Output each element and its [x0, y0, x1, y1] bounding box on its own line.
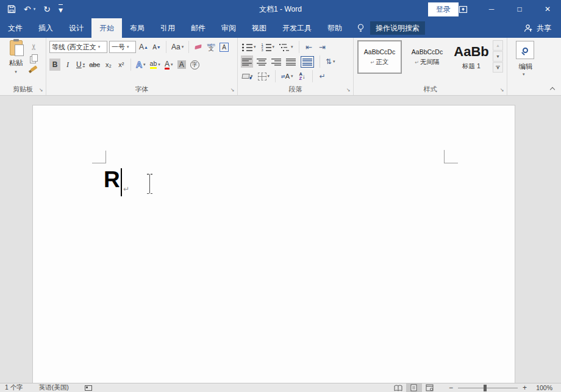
tab-review[interactable]: 审阅 — [213, 18, 244, 38]
font-size-combo[interactable]: 一号 — [109, 41, 136, 53]
shading-button[interactable] — [241, 70, 254, 82]
tab-references[interactable]: 引用 — [152, 18, 183, 38]
save-icon[interactable] — [7, 5, 16, 13]
print-layout-button[interactable] — [406, 383, 422, 392]
clear-formatting-button[interactable] — [193, 41, 204, 53]
asian-layout-button[interactable]: ⇄A — [280, 70, 295, 82]
text-effects-button[interactable]: A — [135, 59, 147, 71]
document-page[interactable]: R ↵ — [32, 105, 515, 383]
zoom-slider[interactable] — [458, 385, 518, 391]
line-spacing-button[interactable] — [324, 55, 337, 68]
justify-button[interactable] — [285, 55, 297, 68]
language-status[interactable]: 英语(美国) — [39, 383, 69, 392]
gallery-scroll-down-icon[interactable]: ▼ — [493, 51, 503, 62]
paste-dropdown-icon[interactable]: ▾ — [15, 69, 17, 74]
macro-record-icon[interactable] — [85, 385, 92, 391]
tab-help[interactable]: 帮助 — [320, 18, 350, 38]
sort-button[interactable]: AZ — [297, 70, 308, 82]
paste-button[interactable]: 粘贴 ▾ — [4, 40, 28, 84]
style-no-spacing[interactable]: AaBbCcDc ↵无间隔 — [405, 40, 449, 74]
read-mode-button[interactable] — [390, 383, 406, 392]
multilevel-list-icon — [279, 43, 290, 51]
change-case-button[interactable]: Aa — [170, 41, 185, 53]
decrease-indent-button[interactable] — [304, 41, 315, 53]
superscript-button[interactable]: x² — [116, 59, 127, 71]
character-border-button[interactable]: A — [218, 41, 230, 53]
text-highlight-button[interactable]: ab — [149, 59, 162, 71]
gallery-scroll-up-icon[interactable]: ▲ — [493, 40, 503, 51]
tab-view[interactable]: 视图 — [244, 18, 274, 38]
align-center-button[interactable] — [255, 55, 268, 68]
paragraph-dialog-launcher-icon[interactable] — [345, 87, 351, 93]
bold-button[interactable]: B — [49, 59, 60, 71]
align-left-button[interactable] — [241, 55, 253, 68]
lightbulb-icon — [356, 18, 365, 38]
enclose-characters-button[interactable]: 字 — [189, 59, 201, 71]
font-dialog-launcher-icon[interactable] — [229, 87, 235, 93]
zoom-out-button[interactable]: − — [449, 385, 453, 391]
tab-layout[interactable]: 布局 — [122, 18, 152, 38]
increase-indent-button[interactable] — [317, 41, 328, 53]
cut-icon[interactable] — [29, 42, 38, 51]
tab-file[interactable]: 文件 — [0, 18, 30, 38]
undo-icon[interactable] — [24, 5, 31, 13]
find-button[interactable] — [516, 41, 534, 59]
tell-me-search-box[interactable]: 操作说明搜索 — [370, 21, 425, 35]
zoom-percentage[interactable]: 100% — [532, 384, 552, 391]
margin-corner-mark-right — [444, 150, 458, 163]
collapse-ribbon-icon[interactable] — [550, 87, 555, 91]
copy-icon[interactable] — [32, 54, 38, 62]
close-button[interactable]: ✕ — [543, 5, 552, 13]
word-count[interactable]: 1 个字 — [5, 383, 23, 392]
bullet-list-icon — [242, 43, 252, 51]
style-heading1[interactable]: AaBb 标题 1 — [451, 40, 491, 74]
italic-button[interactable]: I — [62, 59, 73, 71]
numbering-button[interactable] — [260, 41, 276, 53]
font-name-value: 等线 (西文正文 — [52, 43, 96, 52]
editing-group-label: 编辑 — [507, 62, 544, 71]
zoom-in-button[interactable]: + — [523, 385, 527, 391]
ribbon-display-options-icon[interactable] — [459, 5, 468, 13]
clipboard-dialog-launcher-icon[interactable] — [38, 87, 44, 93]
paste-label: 粘贴 — [9, 59, 23, 68]
underline-button[interactable]: U — [75, 59, 86, 71]
align-right-button[interactable] — [270, 55, 282, 68]
grow-font-button[interactable]: A▲ — [138, 41, 149, 53]
tab-design[interactable]: 设计 — [61, 18, 91, 38]
character-shading-button[interactable]: A — [176, 59, 187, 71]
editing-dropdown-icon[interactable]: ▾ — [523, 72, 525, 77]
bullets-button[interactable] — [241, 41, 257, 53]
borders-button[interactable] — [257, 70, 271, 82]
redo-icon[interactable] — [43, 5, 51, 13]
format-painter-icon[interactable] — [30, 65, 38, 71]
styles-dialog-launcher-icon[interactable] — [499, 87, 505, 93]
font-color-button[interactable]: A — [163, 59, 174, 71]
strikethrough-button[interactable]: abc — [88, 59, 101, 71]
font-name-combo[interactable]: 等线 (西文正文 — [49, 41, 107, 53]
undo-dropdown-icon[interactable]: ▾ — [34, 7, 36, 12]
tab-developer[interactable]: 开发工具 — [274, 18, 320, 38]
minimize-button[interactable]: ─ — [487, 5, 496, 13]
phonetic-guide-button[interactable]: wén 文 — [205, 41, 216, 53]
maximize-button[interactable]: □ — [515, 5, 524, 13]
gallery-more-icon[interactable]: ▼ — [493, 62, 503, 73]
search-icon — [523, 48, 528, 53]
paste-clipboard-icon — [10, 40, 23, 55]
group-paragraph: ⇄A AZ 段落 — [238, 38, 354, 95]
group-styles: AaBbCcDc ↵正文 AaBbCcDc ↵无间隔 AaBb 标题 1 ▲ ▼… — [354, 38, 507, 95]
zoom-slider-handle[interactable] — [484, 385, 487, 391]
tab-mailings[interactable]: 邮件 — [183, 18, 213, 38]
distribute-button[interactable] — [301, 55, 313, 68]
style-normal[interactable]: AaBbCcDc ↵正文 — [357, 40, 402, 74]
web-layout-button[interactable] — [422, 383, 438, 392]
signin-button[interactable]: 登录 — [428, 2, 459, 16]
tab-home[interactable]: 开始 — [91, 18, 122, 38]
share-button[interactable]: 共享 — [524, 18, 561, 38]
tab-insert[interactable]: 插入 — [30, 18, 61, 38]
customize-qat-icon[interactable]: ▾ — [59, 4, 63, 14]
show-hide-marks-button[interactable] — [317, 70, 328, 82]
shrink-font-button[interactable]: A▼ — [151, 41, 162, 53]
subscript-button[interactable]: x₂ — [103, 59, 114, 71]
multilevel-list-button[interactable] — [278, 41, 295, 53]
zoom-control: − + 100% — [449, 384, 552, 391]
